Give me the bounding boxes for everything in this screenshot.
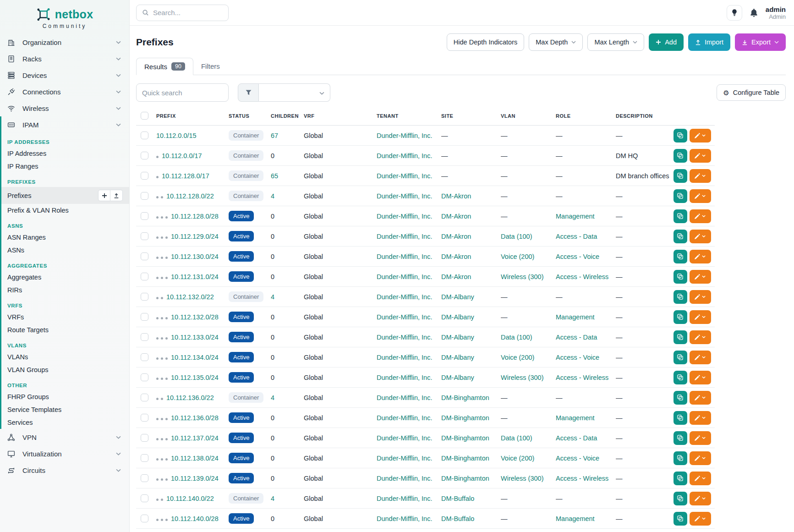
edit-button[interactable] <box>690 330 711 344</box>
row-checkbox[interactable] <box>141 494 148 502</box>
role-link[interactable]: Access - Wireless <box>556 374 608 381</box>
vlan-link[interactable]: Voice (200) <box>501 354 534 361</box>
role-link[interactable]: Management <box>556 414 595 422</box>
tenant-link[interactable]: Dunder-Mifflin, Inc. <box>377 233 432 240</box>
copy-button[interactable] <box>674 189 687 203</box>
row-checkbox[interactable] <box>141 394 148 401</box>
site-link[interactable]: DM-Akron <box>441 192 471 200</box>
prefix-link[interactable]: 10.112.128.0/28 <box>171 213 219 220</box>
row-checkbox[interactable] <box>141 353 148 361</box>
row-checkbox[interactable] <box>141 152 148 159</box>
quick-search-input[interactable] <box>136 83 229 102</box>
site-link[interactable]: DM-Akron <box>441 273 471 280</box>
site-link[interactable]: DM-Albany <box>441 313 474 321</box>
role-link[interactable]: Management <box>556 313 595 321</box>
sidebar-item-ip-addresses[interactable]: IP Addresses <box>1 147 129 160</box>
edit-button[interactable] <box>690 472 711 485</box>
row-checkbox[interactable] <box>141 333 148 341</box>
sidebar-item-vlans[interactable]: VLANs <box>1 351 129 363</box>
prefix-link[interactable]: 10.112.136.0/22 <box>166 394 214 401</box>
copy-button[interactable] <box>674 351 687 364</box>
tenant-link[interactable]: Dunder-Mifflin, Inc. <box>377 414 432 422</box>
copy-button[interactable] <box>674 371 687 384</box>
sidebar-item-asns[interactable]: ASNs <box>1 244 129 257</box>
row-checkbox[interactable] <box>141 212 148 220</box>
children-link[interactable]: 4 <box>271 394 274 401</box>
prefix-link[interactable]: 10.112.140.0/28 <box>171 515 219 522</box>
tenant-link[interactable]: Dunder-Mifflin, Inc. <box>377 374 432 381</box>
edit-button[interactable] <box>690 391 711 405</box>
tenant-link[interactable]: Dunder-Mifflin, Inc. <box>377 475 432 482</box>
copy-button[interactable] <box>674 330 687 344</box>
site-link[interactable]: DM-Akron <box>441 213 471 220</box>
sidebar-item-circuits[interactable]: Circuits <box>0 462 129 478</box>
copy-button[interactable] <box>674 230 687 243</box>
max-length-dropdown[interactable]: Max Length <box>587 33 644 51</box>
max-depth-dropdown[interactable]: Max Depth <box>529 33 583 51</box>
edit-button[interactable] <box>690 431 711 445</box>
sidebar-item-racks[interactable]: Racks <box>0 50 129 67</box>
prefix-link[interactable]: 10.112.136.0/28 <box>171 414 219 422</box>
row-checkbox[interactable] <box>141 132 148 139</box>
copy-button[interactable] <box>674 451 687 465</box>
sidebar-item-prefix-vlan-roles[interactable]: Prefix & VLAN Roles <box>1 204 129 217</box>
tenant-link[interactable]: Dunder-Mifflin, Inc. <box>377 293 432 301</box>
hide-depth-indicators-button[interactable]: Hide Depth Indicators <box>447 33 524 51</box>
tenant-link[interactable]: Dunder-Mifflin, Inc. <box>377 313 432 321</box>
prefix-link[interactable]: 10.112.140.0/22 <box>166 495 214 502</box>
site-link[interactable]: DM-Buffalo <box>441 515 474 522</box>
edit-button[interactable] <box>690 149 711 163</box>
column-header-vlan[interactable]: VLAN <box>501 112 556 126</box>
tenant-link[interactable]: Dunder-Mifflin, Inc. <box>377 132 432 139</box>
role-link[interactable]: Access - Data <box>556 334 597 341</box>
column-header-site[interactable]: SITE <box>441 112 501 126</box>
copy-button[interactable] <box>674 250 687 263</box>
saved-filter-select[interactable] <box>238 83 330 102</box>
edit-button[interactable] <box>690 290 711 304</box>
column-header-status[interactable]: STATUS <box>229 112 271 126</box>
vlan-link[interactable]: Voice (200) <box>501 253 534 260</box>
sidebar-item-virtualization[interactable]: Virtualization <box>0 445 129 462</box>
site-link[interactable]: DM-Albany <box>441 293 474 301</box>
sidebar-item-devices[interactable]: Devices <box>0 67 129 83</box>
tenant-link[interactable]: Dunder-Mifflin, Inc. <box>377 273 432 280</box>
sidebar-item-wireless[interactable]: Wireless <box>0 100 129 116</box>
prefix-link[interactable]: 10.112.133.0/24 <box>171 334 219 341</box>
prefix-link[interactable]: 10.112.137.0/24 <box>171 434 219 442</box>
row-checkbox[interactable] <box>141 293 148 301</box>
role-link[interactable]: Management <box>556 515 595 522</box>
column-header-tenant[interactable]: TENANT <box>377 112 441 126</box>
role-link[interactable]: Access - Data <box>556 233 597 240</box>
prefix-link[interactable]: 10.112.130.0/24 <box>171 253 219 260</box>
prefix-link[interactable]: 10.112.131.0/24 <box>171 273 219 280</box>
edit-button[interactable] <box>690 230 711 243</box>
children-link[interactable]: 65 <box>271 172 278 180</box>
tenant-link[interactable]: Dunder-Mifflin, Inc. <box>377 192 432 200</box>
sidebar-item-ip-ranges[interactable]: IP Ranges <box>1 160 129 173</box>
prefix-link[interactable]: 10.112.0.0/17 <box>162 152 202 159</box>
tenant-link[interactable]: Dunder-Mifflin, Inc. <box>377 253 432 260</box>
copy-button[interactable] <box>674 310 687 324</box>
tenant-link[interactable]: Dunder-Mifflin, Inc. <box>377 434 432 442</box>
prefix-link[interactable]: 10.112.132.0/22 <box>166 293 214 301</box>
sidebar-item-service-templates[interactable]: Service Templates <box>1 403 129 416</box>
tenant-link[interactable]: Dunder-Mifflin, Inc. <box>377 213 432 220</box>
edit-button[interactable] <box>690 411 711 425</box>
row-checkbox[interactable] <box>141 414 148 422</box>
copy-button[interactable] <box>674 169 687 183</box>
site-link[interactable]: DM-Binghamton <box>441 475 489 482</box>
edit-button[interactable] <box>690 129 711 143</box>
column-header-role[interactable]: ROLE <box>556 112 616 126</box>
prefix-link[interactable]: 10.112.138.0/24 <box>171 455 219 462</box>
prefix-link[interactable]: 10.112.139.0/24 <box>171 475 219 482</box>
tenant-link[interactable]: Dunder-Mifflin, Inc. <box>377 495 432 502</box>
sidebar-item-prefixes[interactable]: Prefixes <box>1 187 129 204</box>
tenant-link[interactable]: Dunder-Mifflin, Inc. <box>377 172 432 180</box>
export-button[interactable]: Export <box>735 33 786 51</box>
edit-button[interactable] <box>690 209 711 223</box>
role-link[interactable]: Access - Voice <box>556 354 599 361</box>
copy-button[interactable] <box>674 391 687 405</box>
row-checkbox[interactable] <box>141 434 148 442</box>
row-checkbox[interactable] <box>141 252 148 260</box>
row-checkbox[interactable] <box>141 232 148 240</box>
